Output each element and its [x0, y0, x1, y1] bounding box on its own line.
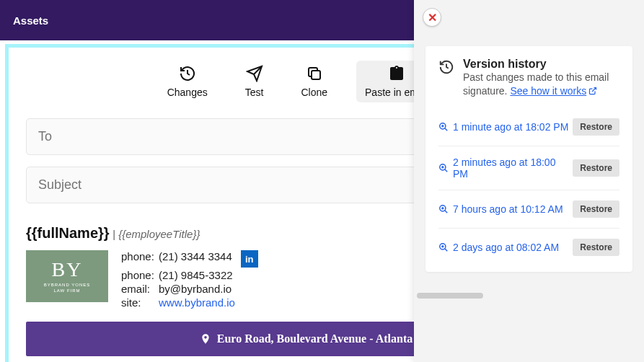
svg-rect-0 — [312, 71, 320, 79]
panel-header: Version history Past changes made to thi… — [438, 58, 619, 98]
page-title: Assets — [13, 14, 48, 27]
signature-employee-title: {{employeeTitle}} — [118, 228, 200, 240]
paste-icon — [388, 65, 405, 82]
panel-card: Version history Past changes made to thi… — [425, 46, 632, 272]
panel-description: Past changes made to this email signatur… — [463, 71, 619, 98]
history-row: 2 minutes ago at 18:00 PM Restore — [438, 146, 619, 190]
magnify-plus-icon[interactable] — [438, 242, 449, 252]
clone-button[interactable]: Clone — [292, 61, 336, 102]
horizontal-scrollbar[interactable] — [417, 293, 634, 299]
test-button[interactable]: Test — [237, 61, 273, 102]
changes-button[interactable]: Changes — [159, 61, 216, 102]
logo-main: BY — [52, 258, 83, 281]
close-button[interactable]: ✕ — [423, 8, 441, 27]
restore-button[interactable]: Restore — [573, 239, 619, 256]
magnify-plus-icon[interactable] — [438, 163, 449, 173]
signature-details: phone: (21) 3344 3344 in phone: (21) 984… — [121, 250, 258, 309]
magnify-plus-icon[interactable] — [438, 122, 449, 132]
site-value[interactable]: www.bybrand.io — [159, 296, 235, 309]
close-icon: ✕ — [428, 11, 437, 25]
svg-line-1 — [592, 87, 596, 92]
map-pin-icon — [200, 332, 211, 346]
how-it-works-link[interactable]: See how it works — [510, 85, 597, 97]
history-time-link[interactable]: 1 minute ago at 18:02 PM — [453, 121, 568, 133]
version-history-panel: ✕ Version history Past changes made to t… — [414, 0, 644, 362]
history-row: 1 minute ago at 18:02 PM Restore — [438, 108, 619, 146]
logo-sub: BYBRAND YONES LAW FIRM — [44, 283, 91, 294]
toolbar-label: Changes — [167, 87, 208, 98]
history-time-link[interactable]: 7 hours ago at 10:12 AM — [453, 203, 563, 215]
svg-line-3 — [445, 128, 448, 131]
address-text: Euro Road, Boulevard Avenue - Atlanta 30… — [217, 332, 444, 345]
toolbar-label: Test — [245, 87, 264, 98]
signature-separator: | — [113, 228, 118, 240]
history-icon — [179, 65, 196, 82]
restore-button[interactable]: Restore — [573, 200, 619, 218]
magnify-plus-icon[interactable] — [438, 204, 449, 214]
history-icon — [438, 59, 454, 75]
send-icon — [246, 65, 263, 82]
history-time-link[interactable]: 2 minutes ago at 18:00 PM — [453, 156, 573, 180]
svg-line-7 — [445, 169, 448, 172]
phone-label: phone: — [121, 269, 154, 281]
signature-logo: BY BYBRAND YONES LAW FIRM — [26, 250, 108, 302]
email-value: by@byrband.io — [159, 283, 231, 295]
scrollbar-thumb[interactable] — [417, 293, 483, 299]
linkedin-icon[interactable]: in — [241, 250, 258, 268]
svg-line-15 — [445, 249, 448, 252]
signature-fullname: {{fullName}} — [26, 225, 110, 241]
restore-button[interactable]: Restore — [573, 159, 619, 177]
panel-title: Version history — [463, 58, 619, 71]
history-time-link[interactable]: 2 days ago at 08:02 AM — [453, 242, 559, 253]
phone-value: (21) 9845-3322 — [159, 269, 233, 281]
phone-label: phone: — [121, 250, 154, 268]
toolbar-label: Clone — [301, 87, 327, 98]
phone-value: (21) 3344 3344 — [159, 250, 232, 268]
history-row: 7 hours ago at 10:12 AM Restore — [438, 190, 619, 229]
restore-button[interactable]: Restore — [573, 118, 619, 136]
email-label: email: — [121, 283, 154, 295]
copy-icon — [306, 65, 323, 82]
svg-line-11 — [445, 211, 448, 213]
site-label: site: — [121, 296, 154, 309]
history-row: 2 days ago at 08:02 AM Restore — [438, 229, 619, 266]
external-link-icon — [588, 85, 597, 94]
